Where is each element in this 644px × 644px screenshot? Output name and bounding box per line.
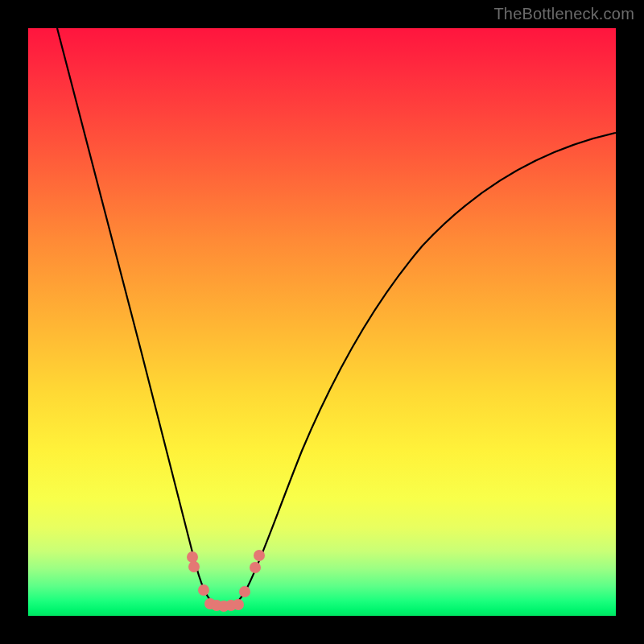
plot-area bbox=[28, 28, 616, 616]
bottleneck-curve bbox=[57, 28, 616, 608]
marker-dot bbox=[187, 551, 198, 563]
chart-frame: TheBottleneck.com bbox=[0, 0, 644, 644]
marker-dot bbox=[198, 584, 209, 596]
marker-group bbox=[187, 550, 265, 612]
marker-dot bbox=[233, 599, 244, 610]
marker-dot bbox=[188, 561, 200, 572]
curve-layer bbox=[28, 28, 616, 616]
marker-dot bbox=[250, 562, 261, 573]
marker-dot bbox=[254, 550, 265, 561]
watermark-text: TheBottleneck.com bbox=[493, 5, 634, 23]
marker-dot bbox=[239, 586, 250, 597]
